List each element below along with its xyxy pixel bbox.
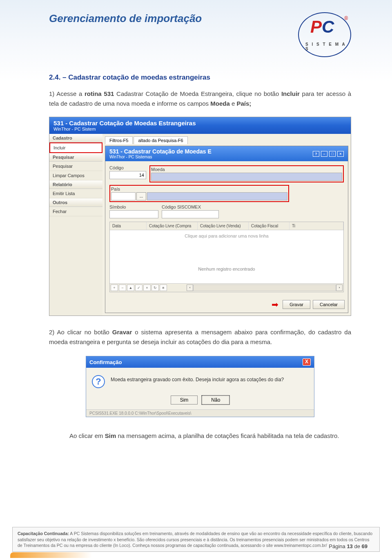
grid-up-icon[interactable]: ▲ bbox=[127, 284, 134, 291]
col-venda[interactable]: Cotação Livre (Venda) bbox=[198, 222, 249, 230]
data-grid: Data Cotação Livre (Compra Cotação Livre… bbox=[109, 222, 344, 292]
grid-remove-icon[interactable]: − bbox=[119, 284, 126, 291]
grid-cancel-icon[interactable]: × bbox=[143, 284, 151, 291]
sidebar-group-outros[interactable]: Outros bbox=[49, 198, 102, 207]
logo-subtitle: S I S T E M A S bbox=[305, 42, 351, 51]
cancelar-button[interactable]: Cancelar bbox=[313, 300, 345, 309]
label-simbolo: Símbolo bbox=[109, 204, 158, 209]
pais-name-input[interactable] bbox=[147, 192, 287, 200]
inner-title: 531 - Cadastrar Cotação de Moedas E bbox=[109, 148, 212, 155]
accent-bar bbox=[10, 552, 92, 558]
arrow-right-icon: ➡ bbox=[272, 300, 278, 309]
dialog-text: Moeda estrangeira gravado com êxito. Des… bbox=[111, 375, 284, 382]
sidebar-item-emitir[interactable]: Emitir Lista bbox=[49, 189, 102, 198]
col-data[interactable]: Data bbox=[110, 222, 147, 230]
grid-star-icon[interactable]: ∗ bbox=[160, 284, 167, 291]
lookup-button[interactable]: ... bbox=[136, 192, 146, 200]
paragraph-1: 1) Acesse a rotina 531 Cadastrar Cotação… bbox=[49, 89, 351, 109]
close-icon[interactable]: × bbox=[337, 151, 344, 157]
sidebar-group-cadastro[interactable]: Cadastro bbox=[49, 134, 102, 142]
footer: Capacitação Continuada: A PC Sistemas di… bbox=[12, 527, 380, 552]
logo-c: C bbox=[322, 17, 334, 37]
label-moeda: Moeda bbox=[151, 167, 342, 172]
grid-new-row-hint[interactable]: Clique aqui para adicionar uma nova linh… bbox=[110, 233, 343, 238]
logo-p: P bbox=[310, 17, 322, 37]
section-heading: 2.4. – Cadastrar cotação de moedas estra… bbox=[49, 73, 351, 82]
moeda-input[interactable] bbox=[151, 173, 342, 181]
paragraph-2: 2) Ao clicar no botão Gravar o sistema a… bbox=[49, 327, 351, 347]
codigo-input[interactable] bbox=[109, 171, 146, 179]
sim-button[interactable]: Sim bbox=[171, 396, 198, 404]
label-codigo: Código bbox=[109, 165, 146, 170]
minimize-icon[interactable]: – bbox=[321, 151, 327, 157]
label-siscomex: Código SISCOMEX bbox=[162, 204, 219, 209]
gravar-button[interactable]: Gravar bbox=[283, 300, 310, 309]
col-compra[interactable]: Cotação Livre (Compra bbox=[147, 222, 198, 230]
paragraph-3: Ao clicar em Sim na mensagem acima, a pl… bbox=[49, 431, 351, 441]
help-icon[interactable]: ? bbox=[313, 151, 319, 157]
sidebar-item-limpar[interactable]: Limpar Campos bbox=[49, 171, 102, 180]
dialog-close-icon[interactable]: X bbox=[303, 358, 311, 366]
tab-filtros[interactable]: Filtros-F5 bbox=[105, 136, 133, 144]
logo: PC ® S I S T E M A S bbox=[298, 12, 351, 57]
sidebar-group-relatorio[interactable]: Relatório bbox=[49, 180, 102, 189]
label-pais: País bbox=[111, 187, 287, 191]
inner-window: 531 - Cadastrar Cotação de Moedas E WinT… bbox=[105, 146, 348, 313]
maximize-icon[interactable]: □ bbox=[329, 151, 336, 157]
tab-resultado[interactable]: altado da Pesquisa-F6 bbox=[134, 136, 187, 144]
inner-subtitle: WinThor - PC Sistemas bbox=[109, 155, 212, 159]
scroll-right-icon[interactable]: › bbox=[336, 284, 343, 291]
siscomex-input[interactable] bbox=[162, 210, 219, 218]
sidebar: Cadastro Incluir Pesquisar Pesquisar Lim… bbox=[49, 134, 102, 316]
grid-refresh-icon[interactable]: ↻ bbox=[151, 284, 159, 291]
col-fiscal[interactable]: Cotação Fiscal bbox=[249, 222, 290, 230]
dialog-title: Confirmação bbox=[89, 359, 122, 365]
sidebar-item-fechar[interactable]: Fechar bbox=[49, 207, 102, 216]
simbolo-input[interactable] bbox=[109, 210, 158, 218]
grid-ok-icon[interactable]: ✓ bbox=[135, 284, 143, 291]
registered-icon: ® bbox=[344, 16, 348, 21]
sidebar-item-pesquisar[interactable]: Pesquisar bbox=[49, 162, 102, 171]
col-ti[interactable]: Ti bbox=[290, 222, 343, 230]
grid-empty-text: Nenhum registro encontrado bbox=[110, 267, 343, 271]
question-icon: ? bbox=[92, 375, 105, 388]
page-number: Página 13 de 69 bbox=[329, 543, 368, 549]
grid-add-icon[interactable]: + bbox=[111, 284, 118, 291]
screenshot-main-window: 531 - Cadastrar Cotação de Moedas Estran… bbox=[49, 117, 351, 316]
confirmation-dialog: Confirmação X ? Moeda estrangeira gravad… bbox=[86, 356, 314, 417]
scroll-left-icon[interactable]: ‹ bbox=[187, 284, 193, 291]
sidebar-item-incluir[interactable]: Incluir bbox=[49, 142, 102, 153]
dialog-statusbar: PCSIS531.EXE 18.0.0.0 C:\WinThor\Spool\E… bbox=[86, 409, 314, 417]
page-title: Gerenciamento de importação bbox=[49, 12, 202, 25]
pais-code-input[interactable] bbox=[111, 192, 136, 200]
sidebar-group-pesquisar[interactable]: Pesquisar bbox=[49, 153, 102, 162]
nao-button[interactable]: Não bbox=[202, 396, 229, 404]
scrollbar-track[interactable] bbox=[193, 284, 336, 291]
window-titlebar: 531 - Cadastrar Cotação de Moedas Estran… bbox=[49, 117, 351, 134]
